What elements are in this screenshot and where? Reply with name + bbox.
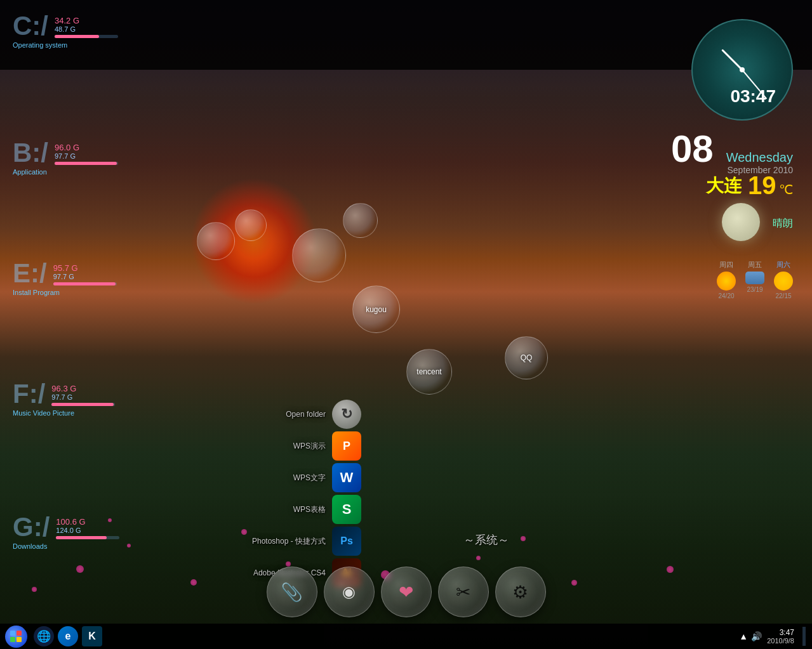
clock-time: 03:47 (730, 86, 776, 107)
open-folder-icon[interactable]: ↻ (332, 400, 361, 429)
svg-rect-0 (10, 631, 15, 636)
open-folder-icon-symbol: ↻ (341, 406, 352, 423)
app-photoshop[interactable]: Photoshop - 快捷方式 Ps (250, 527, 361, 556)
svg-rect-2 (10, 637, 15, 642)
bubble-qq[interactable]: QQ (505, 336, 548, 379)
bubble-kugou[interactable]: kugou (352, 285, 400, 333)
bubble-2[interactable] (235, 209, 267, 241)
taskbar-k-icon[interactable]: K (82, 626, 102, 646)
forecast-sat-temp: 22/15 (774, 292, 793, 299)
drive-e-bar (53, 282, 116, 285)
drive-f-letter: F:/ (13, 381, 45, 407)
drive-g-bar (56, 536, 107, 539)
drive-e-used: 95.7 G (53, 263, 117, 273)
weather-city: 大连 (706, 174, 742, 198)
svg-rect-3 (17, 637, 22, 642)
clock-center (740, 67, 745, 72)
bubble-1[interactable] (197, 222, 235, 260)
wps-spreadsheet-icon[interactable]: S (332, 495, 361, 524)
app-wps-presentation[interactable]: WPS演示 P (250, 431, 361, 461)
weather-temperature: 19 (748, 171, 776, 199)
taskbar-right: ▲ 🔊 3:47 2010/9/8 (739, 627, 812, 646)
drive-c-used: 34.2 G (55, 16, 118, 25)
clock-face: 03:47 (691, 19, 793, 121)
forecast-thu-temp: 24/20 (717, 292, 736, 299)
app-wps-writer-label: WPS文字 (250, 473, 326, 483)
drive-e-total: 97.7 G (53, 273, 117, 280)
dock-favorites[interactable]: ❤ (381, 567, 432, 617)
dock-scissors[interactable]: ✂ (438, 567, 489, 617)
app-wps-writer[interactable]: WPS文字 W (250, 463, 361, 492)
dock-paperclip[interactable]: 📎 (267, 567, 317, 617)
drive-g-used: 100.6 G (56, 517, 119, 527)
forecast-fri-temp: 23/19 (745, 286, 764, 293)
forecast-thu: 周四 24/20 (717, 260, 736, 299)
taskbar-tray-icons: ▲ 🔊 (739, 631, 762, 641)
forecast-fri: 周五 23/19 (745, 260, 764, 299)
bubble-qq-label: QQ (521, 353, 533, 362)
wps-presentation-icon[interactable]: P (332, 431, 361, 461)
tray-network-icon: 🔊 (751, 631, 762, 641)
paperclip-icon: 📎 (281, 582, 303, 603)
wps-writer-icon[interactable]: W (332, 463, 361, 492)
dock-settings[interactable]: ⚙ (495, 567, 546, 617)
forecast-thu-icon (717, 272, 736, 291)
drive-b-bar (55, 162, 117, 165)
bubble-tencent-label: tencent (416, 367, 441, 376)
bubble-3[interactable] (292, 228, 346, 282)
start-orb[interactable] (5, 626, 27, 648)
date-day: 08 (671, 127, 714, 171)
forecast-fri-icon (745, 272, 764, 284)
wps-w-text: W (340, 469, 354, 486)
ie-text: e (65, 631, 71, 642)
settings-icon: ⚙ (512, 582, 528, 603)
drive-e-widget[interactable]: E:/ 95.7 G 97.7 G Install Program (13, 260, 117, 296)
drive-b-widget[interactable]: B:/ 96.0 G 97.7 G Application (13, 140, 118, 176)
drive-f-widget[interactable]: F:/ 96.3 G 97.7 G Music Video Picture (13, 381, 115, 417)
drive-g-widget[interactable]: G:/ 100.6 G 124.0 G Downloads (13, 514, 119, 550)
bubble-4[interactable] (343, 203, 378, 238)
wps-s-text: S (342, 501, 352, 518)
taskbar: 🌐 e K ▲ 🔊 3:47 2010/9/8 (0, 624, 812, 649)
weather-moon-icon (722, 203, 760, 241)
drive-c-bar (55, 35, 99, 38)
drive-c-letter: C:/ (13, 13, 48, 39)
photoshop-icon[interactable]: Ps (332, 527, 361, 556)
drive-b-used: 96.0 G (55, 143, 118, 152)
app-wps-presentation-label: WPS演示 (250, 441, 326, 452)
forecast-widget: 周四 24/20 周五 23/19 周六 22/15 (717, 260, 793, 299)
drive-g-label: Downloads (13, 542, 119, 550)
drive-c-widget[interactable]: C:/ 34.2 G 48.7 G Operating system (13, 13, 118, 49)
weather-widget: 大连 19 ℃ 晴朗 (706, 171, 793, 241)
taskbar-browser-icon[interactable]: 🌐 (34, 626, 54, 646)
bubble-dock: 📎 ◉ ❤ ✂ ⚙ (267, 567, 546, 617)
windows-logo-icon (10, 630, 22, 643)
svg-rect-1 (17, 631, 22, 636)
app-photoshop-label: Photoshop - 快捷方式 (250, 536, 326, 547)
drive-f-total: 97.7 G (51, 393, 115, 401)
drive-b-letter: B:/ (13, 140, 48, 166)
tray-arrow-icon[interactable]: ▲ (739, 631, 748, 641)
weather-unit: ℃ (779, 183, 793, 197)
clock-widget: 03:47 (691, 19, 793, 121)
app-wps-spreadsheet[interactable]: WPS表格 S (250, 495, 361, 524)
drive-e-letter: E:/ (13, 260, 47, 287)
show-desktop-button[interactable] (802, 627, 806, 646)
start-button[interactable] (0, 624, 32, 649)
drive-c-total: 48.7 G (55, 25, 118, 33)
app-open-folder[interactable]: Open folder ↻ (250, 400, 361, 429)
drive-e-label: Install Program (13, 289, 117, 296)
browser-icon: 🌐 (37, 629, 51, 643)
drive-f-label: Music Video Picture (13, 409, 115, 417)
weather-description: 晴朗 (773, 217, 793, 230)
system-label: ～系统～ (463, 532, 509, 547)
forecast-sat: 周六 22/15 (774, 260, 793, 299)
app-wps-spreadsheet-label: WPS表格 (250, 504, 326, 515)
app-open-folder-label: Open folder (250, 410, 326, 419)
drive-g-total: 124.0 G (56, 527, 119, 534)
dock-rss[interactable]: ◉ (324, 567, 375, 617)
drive-b-total: 97.7 G (55, 152, 118, 160)
taskbar-ie-icon[interactable]: e (58, 626, 78, 646)
forecast-fri-label: 周五 (745, 260, 764, 270)
bubble-tencent[interactable]: tencent (406, 349, 452, 395)
